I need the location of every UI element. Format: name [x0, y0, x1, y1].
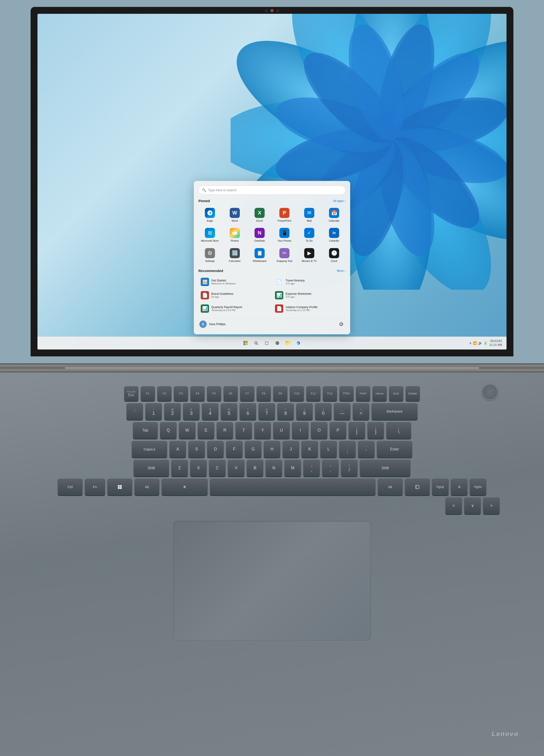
key-o[interactable]: O — [311, 422, 327, 439]
key-pgup[interactable]: PgUp — [432, 479, 449, 495]
key-shift-right[interactable]: Shift — [360, 460, 410, 476]
key-7[interactable]: & 7 — [258, 403, 275, 420]
key-f9[interactable]: F9 — [273, 386, 287, 401]
key-alt-right[interactable]: Alt — [378, 479, 403, 495]
taskbar-clock[interactable]: 01/12/22 11:11 AM — [489, 339, 502, 347]
key-1[interactable]: ! 1 — [145, 403, 162, 420]
key-4[interactable]: $ 4 — [202, 403, 218, 420]
taskbar-start-button[interactable] — [242, 339, 249, 347]
rec-item-adatum[interactable]: 📄 Adatum Company Profile Yesterday at 1:… — [273, 303, 346, 315]
rec-item-expense[interactable]: 📊 Expense Worksheet 17h ago — [273, 289, 346, 301]
key-f[interactable]: F — [226, 441, 243, 458]
app-word[interactable]: W Word — [223, 206, 246, 224]
key-shift-left[interactable]: Shift — [134, 460, 169, 476]
key-ctrl-left[interactable]: Ctrl — [58, 479, 83, 495]
key-5[interactable]: % 5 — [221, 403, 237, 420]
app-msstore[interactable]: ⊞ Microsoft Store — [198, 226, 221, 244]
key-delete[interactable]: Delete — [406, 386, 420, 401]
key-left[interactable]: < — [445, 498, 462, 514]
key-2[interactable]: @ 2 — [164, 403, 181, 420]
key-quote[interactable]: " ' — [358, 441, 375, 458]
key-b[interactable]: B — [247, 460, 263, 476]
key-f12[interactable]: F12 — [323, 386, 337, 401]
key-y[interactable]: Y — [254, 422, 271, 439]
key-capslock[interactable]: CapsLk — [132, 441, 167, 458]
power-button[interactable]: ⏻ — [338, 320, 345, 328]
key-right[interactable]: > — [483, 498, 500, 514]
key-c[interactable]: C — [209, 460, 226, 476]
app-calculator[interactable]: 🔢 Calculator — [223, 246, 246, 265]
key-p[interactable]: P — [330, 422, 346, 439]
taskbar-search-button[interactable] — [252, 339, 260, 347]
key-i[interactable]: I — [292, 422, 309, 439]
key-comma[interactable]: < , — [303, 460, 320, 476]
key-w[interactable]: W — [179, 422, 195, 439]
more-link[interactable]: More › — [337, 269, 346, 272]
key-down[interactable]: ∨ — [464, 498, 481, 514]
key-l[interactable]: L — [320, 441, 337, 458]
key-m[interactable]: M — [284, 460, 301, 476]
key-h[interactable]: H — [264, 441, 280, 458]
app-snipping[interactable]: ✂ Snipping Tool — [273, 246, 296, 265]
key-bracket-close[interactable]: } ] — [367, 422, 384, 439]
key-f11[interactable]: F11 — [306, 386, 321, 401]
app-mail[interactable]: ✉ Mail — [298, 206, 321, 224]
taskbar-taskview-button[interactable]: □ — [263, 339, 271, 347]
app-edge[interactable]: Edge — [198, 206, 221, 224]
key-x[interactable]: X — [190, 460, 207, 476]
key-enter[interactable]: Enter — [377, 441, 412, 458]
app-whiteboard[interactable]: 📋 Whiteboard — [248, 246, 271, 265]
key-tab[interactable]: Tab — [133, 422, 158, 439]
key-period[interactable]: > . — [322, 460, 339, 476]
key-n[interactable]: N — [266, 460, 282, 476]
key-a[interactable]: A — [169, 441, 186, 458]
taskbar-widgets-button[interactable]: ⊕ — [273, 339, 281, 347]
app-linkedin[interactable]: in LinkedIn — [323, 226, 346, 244]
app-yourphone[interactable]: 📱 Your Phone — [273, 226, 296, 244]
key-minus[interactable]: _ — — [334, 403, 350, 420]
app-clock[interactable]: 🕐 Clock — [323, 246, 346, 265]
key-up[interactable]: ∧ — [451, 479, 467, 495]
key-equals[interactable]: + = — [353, 403, 369, 420]
key-windows[interactable] — [107, 479, 132, 495]
touchpad[interactable] — [173, 521, 371, 641]
key-bracket-open[interactable]: { [ — [349, 422, 365, 439]
key-pgdn[interactable]: PgDn — [470, 479, 486, 495]
taskbar-edge-button[interactable] — [295, 339, 302, 347]
key-f10[interactable]: F10 — [290, 386, 304, 401]
key-j[interactable]: J — [283, 441, 299, 458]
key-fn[interactable]: Fn — [85, 479, 105, 495]
tray-chevron[interactable]: ∧ — [469, 341, 472, 345]
key-fn2[interactable]: ☀ — [162, 479, 208, 495]
app-onenote[interactable]: N OneNote — [248, 226, 271, 244]
app-excel[interactable]: X Excel — [248, 206, 271, 224]
key-6[interactable]: ^ 6 — [240, 403, 256, 420]
key-fn3[interactable] — [405, 479, 430, 495]
taskbar-explorer-button[interactable]: 📁 — [284, 339, 292, 347]
all-apps-link[interactable]: All apps › — [333, 199, 346, 203]
key-backslash[interactable]: | \ — [386, 422, 411, 439]
key-f3[interactable]: F3 — [174, 386, 188, 401]
key-q[interactable]: Q — [160, 422, 177, 439]
key-f2[interactable]: F2 — [157, 386, 172, 401]
key-k[interactable]: K — [301, 441, 318, 458]
key-d[interactable]: D — [207, 441, 224, 458]
key-alt-left[interactable]: Alt — [135, 479, 159, 495]
key-f4[interactable]: F4 — [190, 386, 205, 401]
fingerprint-button[interactable] — [482, 384, 498, 400]
key-t[interactable]: T — [235, 422, 252, 439]
key-prtsc[interactable]: PrtSc — [339, 386, 354, 401]
key-f6[interactable]: F6 — [223, 386, 238, 401]
app-movies[interactable]: ▶ Movies & TV — [298, 246, 321, 265]
rec-item-brand[interactable]: 📄 Brand Guidelines 2h ago — [198, 289, 271, 301]
key-v[interactable]: V — [228, 460, 244, 476]
key-esc[interactable]: FnLock Esc — [124, 386, 138, 401]
key-insert[interactable]: Insert — [356, 386, 370, 401]
key-f7[interactable]: F7 — [240, 386, 254, 401]
key-g[interactable]: G — [245, 441, 261, 458]
app-photos[interactable]: 🏔 Photos — [223, 226, 246, 244]
key-8[interactable]: * 8 — [277, 403, 294, 420]
key-e[interactable]: E — [198, 422, 214, 439]
key-slash[interactable]: ? / — [341, 460, 358, 476]
key-f1[interactable]: F1 — [141, 386, 155, 401]
